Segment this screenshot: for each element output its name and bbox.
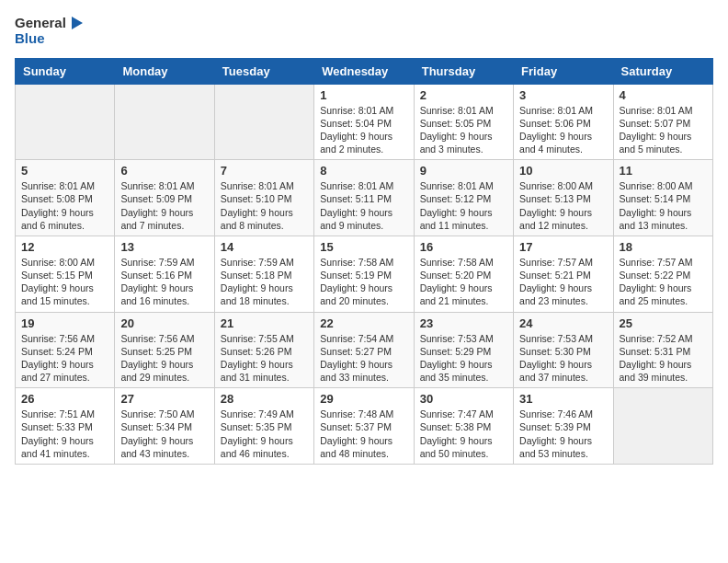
- cell-info: Sunrise: 8:00 AMSunset: 5:15 PMDaylight:…: [21, 256, 108, 308]
- calendar-cell: 18Sunrise: 7:57 AMSunset: 5:22 PMDayligh…: [613, 236, 712, 312]
- day-number: 21: [221, 316, 308, 330]
- day-number: 16: [420, 240, 507, 254]
- calendar-cell: 8Sunrise: 8:01 AMSunset: 5:11 PMDaylight…: [314, 160, 414, 236]
- day-number: 29: [320, 392, 407, 406]
- calendar-cell: 30Sunrise: 7:47 AMSunset: 5:38 PMDayligh…: [414, 388, 513, 465]
- calendar-cell: 1Sunrise: 8:01 AMSunset: 5:04 PMDaylight…: [314, 84, 414, 160]
- cell-info: Sunrise: 7:53 AMSunset: 5:30 PMDaylight:…: [519, 332, 607, 385]
- day-header-tuesday: Tuesday: [214, 58, 313, 84]
- day-number: 2: [420, 88, 507, 102]
- day-number: 30: [420, 392, 507, 406]
- cell-info: Sunrise: 8:00 AMSunset: 5:13 PMDaylight:…: [519, 179, 607, 232]
- calendar-cell: 9Sunrise: 8:01 AMSunset: 5:12 PMDaylight…: [414, 160, 513, 236]
- cell-info: Sunrise: 7:58 AMSunset: 5:20 PMDaylight:…: [420, 256, 507, 308]
- cell-info: Sunrise: 7:47 AMSunset: 5:38 PMDaylight:…: [420, 408, 507, 460]
- page-header: General Blue: [15, 15, 713, 47]
- cell-info: Sunrise: 7:51 AMSunset: 5:33 PMDaylight:…: [21, 408, 108, 460]
- day-number: 24: [519, 316, 607, 330]
- calendar-cell: 23Sunrise: 7:53 AMSunset: 5:29 PMDayligh…: [414, 312, 513, 388]
- calendar-cell: 3Sunrise: 8:01 AMSunset: 5:06 PMDaylight…: [514, 84, 613, 160]
- logo: General Blue: [15, 15, 85, 47]
- calendar-cell: 14Sunrise: 7:59 AMSunset: 5:18 PMDayligh…: [214, 236, 313, 312]
- day-number: 31: [519, 392, 607, 406]
- day-number: 3: [519, 88, 607, 102]
- day-header-friday: Friday: [514, 58, 613, 84]
- day-number: 28: [221, 392, 308, 406]
- cell-info: Sunrise: 8:01 AMSunset: 5:11 PMDaylight:…: [320, 179, 407, 232]
- calendar-cell: 2Sunrise: 8:01 AMSunset: 5:05 PMDaylight…: [414, 84, 513, 160]
- day-number: 20: [120, 316, 208, 330]
- calendar-cell: 28Sunrise: 7:49 AMSunset: 5:35 PMDayligh…: [214, 388, 313, 465]
- cell-info: Sunrise: 7:53 AMSunset: 5:29 PMDaylight:…: [420, 332, 507, 385]
- calendar-cell: 11Sunrise: 8:00 AMSunset: 5:14 PMDayligh…: [613, 160, 712, 236]
- cell-info: Sunrise: 7:57 AMSunset: 5:22 PMDaylight:…: [620, 256, 707, 308]
- day-number: 5: [21, 164, 108, 178]
- calendar-cell: 17Sunrise: 7:57 AMSunset: 5:21 PMDayligh…: [514, 236, 613, 312]
- calendar-cell: 5Sunrise: 8:01 AMSunset: 5:08 PMDaylight…: [16, 160, 115, 236]
- day-header-wednesday: Wednesday: [314, 58, 414, 84]
- day-number: 17: [519, 240, 607, 254]
- logo-blue-text: Blue: [15, 31, 85, 47]
- calendar-cell: 22Sunrise: 7:54 AMSunset: 5:27 PMDayligh…: [314, 312, 414, 388]
- cell-info: Sunrise: 8:00 AMSunset: 5:14 PMDaylight:…: [620, 179, 707, 232]
- day-header-saturday: Saturday: [613, 58, 712, 84]
- cell-info: Sunrise: 8:01 AMSunset: 5:04 PMDaylight:…: [320, 104, 407, 156]
- cell-info: Sunrise: 7:56 AMSunset: 5:25 PMDaylight:…: [120, 332, 208, 385]
- day-number: 23: [420, 316, 507, 330]
- day-header-sunday: Sunday: [16, 58, 115, 84]
- calendar-cell: [16, 84, 115, 160]
- day-number: 14: [221, 240, 308, 254]
- cell-info: Sunrise: 8:01 AMSunset: 5:09 PMDaylight:…: [120, 179, 208, 232]
- cell-info: Sunrise: 8:01 AMSunset: 5:08 PMDaylight:…: [21, 179, 108, 232]
- calendar-cell: 20Sunrise: 7:56 AMSunset: 5:25 PMDayligh…: [115, 312, 214, 388]
- calendar-cell: 10Sunrise: 8:00 AMSunset: 5:13 PMDayligh…: [514, 160, 613, 236]
- logo-container: General Blue: [15, 15, 85, 47]
- day-number: 22: [320, 316, 407, 330]
- calendar-cell: 26Sunrise: 7:51 AMSunset: 5:33 PMDayligh…: [16, 388, 115, 465]
- cell-info: Sunrise: 7:54 AMSunset: 5:27 PMDaylight:…: [320, 332, 407, 385]
- calendar-cell: 4Sunrise: 8:01 AMSunset: 5:07 PMDaylight…: [613, 84, 712, 160]
- cell-info: Sunrise: 7:48 AMSunset: 5:37 PMDaylight:…: [320, 408, 407, 460]
- day-number: 26: [21, 392, 108, 406]
- day-number: 9: [420, 164, 507, 178]
- day-number: 15: [320, 240, 407, 254]
- logo-general-text: General: [15, 16, 66, 31]
- calendar-cell: 15Sunrise: 7:58 AMSunset: 5:19 PMDayligh…: [314, 236, 414, 312]
- calendar-cell: 12Sunrise: 8:00 AMSunset: 5:15 PMDayligh…: [16, 236, 115, 312]
- day-number: 4: [620, 88, 707, 102]
- day-number: 7: [221, 164, 308, 178]
- cell-info: Sunrise: 7:52 AMSunset: 5:31 PMDaylight:…: [620, 332, 707, 385]
- calendar-cell: 13Sunrise: 7:59 AMSunset: 5:16 PMDayligh…: [115, 236, 214, 312]
- cell-info: Sunrise: 7:56 AMSunset: 5:24 PMDaylight:…: [21, 332, 108, 385]
- cell-info: Sunrise: 8:01 AMSunset: 5:06 PMDaylight:…: [519, 104, 607, 156]
- cell-info: Sunrise: 8:01 AMSunset: 5:07 PMDaylight:…: [620, 104, 707, 156]
- day-header-thursday: Thursday: [414, 58, 513, 84]
- cell-info: Sunrise: 8:01 AMSunset: 5:12 PMDaylight:…: [420, 179, 507, 232]
- day-number: 10: [519, 164, 607, 178]
- calendar-cell: [115, 84, 214, 160]
- cell-info: Sunrise: 7:50 AMSunset: 5:34 PMDaylight:…: [120, 408, 208, 460]
- cell-info: Sunrise: 7:59 AMSunset: 5:18 PMDaylight:…: [221, 256, 308, 308]
- day-number: 1: [320, 88, 407, 102]
- calendar-table: SundayMondayTuesdayWednesdayThursdayFrid…: [15, 58, 713, 465]
- calendar-cell: 21Sunrise: 7:55 AMSunset: 5:26 PMDayligh…: [214, 312, 313, 388]
- cell-info: Sunrise: 7:57 AMSunset: 5:21 PMDaylight:…: [519, 256, 607, 308]
- day-number: 25: [620, 316, 707, 330]
- calendar-cell: 7Sunrise: 8:01 AMSunset: 5:10 PMDaylight…: [214, 160, 313, 236]
- cell-info: Sunrise: 7:59 AMSunset: 5:16 PMDaylight:…: [120, 256, 208, 308]
- logo-arrow-icon: [68, 15, 85, 31]
- svg-marker-0: [72, 17, 83, 29]
- calendar-cell: 16Sunrise: 7:58 AMSunset: 5:20 PMDayligh…: [414, 236, 513, 312]
- day-header-monday: Monday: [115, 58, 214, 84]
- cell-info: Sunrise: 7:55 AMSunset: 5:26 PMDaylight:…: [221, 332, 308, 385]
- calendar-cell: 29Sunrise: 7:48 AMSunset: 5:37 PMDayligh…: [314, 388, 414, 465]
- day-number: 6: [120, 164, 208, 178]
- day-number: 18: [620, 240, 707, 254]
- day-number: 27: [120, 392, 208, 406]
- calendar-cell: 27Sunrise: 7:50 AMSunset: 5:34 PMDayligh…: [115, 388, 214, 465]
- calendar-cell: 25Sunrise: 7:52 AMSunset: 5:31 PMDayligh…: [613, 312, 712, 388]
- day-number: 8: [320, 164, 407, 178]
- day-number: 12: [21, 240, 108, 254]
- day-number: 11: [620, 164, 707, 178]
- cell-info: Sunrise: 7:58 AMSunset: 5:19 PMDaylight:…: [320, 256, 407, 308]
